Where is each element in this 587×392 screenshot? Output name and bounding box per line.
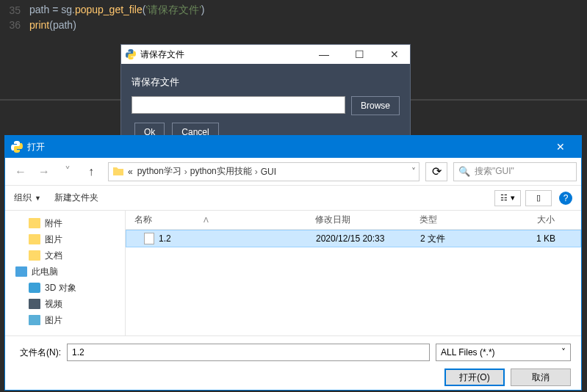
breadcrumb-dropdown-icon[interactable]: ˅ [411, 167, 416, 177]
popup-title: 请保存文件 [140, 48, 313, 61]
dialog-title: 打开 [27, 141, 546, 153]
search-input[interactable]: 🔍 搜索"GUI" [453, 162, 577, 181]
col-date[interactable]: 修改日期 [315, 214, 419, 226]
view-options-button[interactable]: ☷ ▾ [494, 190, 521, 206]
sidebar-item[interactable]: 此电脑 [5, 264, 125, 280]
refresh-button[interactable]: ⟳ [425, 162, 447, 181]
folder-icon [29, 218, 40, 228]
code-editor: 35 path = sg.popup_get_file('请保存文件') 36 … [0, 0, 587, 35]
img-icon [29, 315, 40, 325]
code-line: 35 path = sg.popup_get_file('请保存文件') [0, 3, 587, 18]
python-icon [11, 141, 23, 153]
breadcrumb[interactable]: « python学习 › python实用技能 › GUI ˅ [108, 162, 419, 181]
close-button[interactable]: ✕ [383, 48, 406, 60]
sidebar-item[interactable]: 文档 [5, 247, 125, 264]
sidebar-item-label: 附件 [45, 217, 62, 230]
code-text: path = sg.popup_get_file('请保存文件') [29, 4, 204, 17]
sort-icon: ᐱ [204, 216, 209, 224]
toolbar: 组织▼ 新建文件夹 ☷ ▾ ▯ ? [5, 186, 581, 211]
sidebar-item-label: 图片 [45, 314, 62, 327]
file-type: 2 文件 [420, 233, 507, 245]
col-size[interactable]: 大小 [506, 214, 565, 226]
file-date: 2020/12/15 20:33 [316, 233, 420, 244]
file-row[interactable]: 1.22020/12/15 20:332 文件1 KB [126, 230, 581, 247]
sidebar-item[interactable]: 视频 [5, 296, 125, 312]
file-size: 1 KB [507, 233, 566, 244]
file-icon [144, 233, 154, 244]
breadcrumb-item[interactable]: python实用技能 [190, 165, 252, 178]
new-folder-button[interactable]: 新建文件夹 [54, 192, 98, 204]
help-button[interactable]: ? [559, 192, 572, 205]
search-icon: 🔍 [458, 166, 470, 177]
folder-icon [29, 250, 40, 261]
open-button[interactable]: 打开(O) [444, 369, 505, 386]
browse-button[interactable]: Browse [351, 96, 400, 115]
sidebar-item-label: 视频 [45, 298, 62, 311]
popup-label: 请保存文件 [132, 76, 400, 89]
col-name[interactable]: 名称 [134, 214, 152, 226]
recent-dropdown[interactable]: ˅ [57, 162, 79, 181]
forward-button[interactable]: → [33, 162, 55, 181]
back-button[interactable]: ← [10, 162, 32, 181]
sidebar-item[interactable]: 附件 [5, 215, 125, 231]
preview-pane-button[interactable]: ▯ [525, 190, 552, 206]
sidebar: 附件图片文档此电脑3D 对象视频图片 [5, 211, 126, 335]
sidebar-item-label: 3D 对象 [45, 282, 76, 294]
sidebar-item-label: 此电脑 [32, 266, 58, 278]
sidebar-item[interactable]: 图片 [5, 231, 125, 247]
sidebar-item[interactable]: 3D 对象 [5, 280, 125, 296]
dialog-titlebar[interactable]: 打开 ✕ [5, 136, 581, 158]
popup-titlebar[interactable]: 请保存文件 — ☐ ✕ [121, 45, 410, 64]
nav-bar: ← → ˅ ↑ « python学习 › python实用技能 › GUI ˅ … [5, 158, 581, 186]
breadcrumb-item[interactable]: python学习 [137, 165, 181, 178]
line-number: 36 [0, 19, 29, 31]
organize-menu[interactable]: 组织▼ [14, 192, 41, 204]
video-icon [29, 299, 40, 309]
list-header[interactable]: 名称ᐱ 修改日期 类型 大小 [126, 211, 581, 230]
up-button[interactable]: ↑ [80, 162, 102, 181]
filename-label: 文件名(N): [15, 346, 61, 359]
file-path-input[interactable] [132, 96, 345, 114]
pc-icon [15, 266, 27, 277]
col-type[interactable]: 类型 [419, 214, 506, 226]
maximize-button[interactable]: ☐ [348, 48, 370, 60]
file-name: 1.2 [159, 233, 171, 244]
cancel-button[interactable]: 取消 [511, 369, 571, 386]
close-button[interactable]: ✕ [546, 136, 575, 158]
code-text: print(path) [29, 19, 76, 31]
breadcrumb-item[interactable]: GUI [261, 167, 276, 177]
obj3d-icon [29, 283, 40, 293]
minimize-button[interactable]: — [313, 48, 335, 60]
sidebar-item-label: 图片 [45, 233, 62, 246]
line-number: 35 [0, 4, 29, 16]
python-icon [126, 49, 136, 59]
file-dialog: 打开 ✕ ← → ˅ ↑ « python学习 › python实用技能 › G… [4, 135, 582, 391]
sidebar-item-label: 文档 [45, 250, 62, 262]
code-line: 36 print(path) [0, 18, 587, 32]
folder-icon [29, 234, 40, 244]
filename-input[interactable] [67, 344, 430, 361]
file-list: 名称ᐱ 修改日期 类型 大小 1.22020/12/15 20:332 文件1 … [126, 211, 581, 335]
file-filter-select[interactable]: ALL Files (*.*)˅ [436, 344, 571, 361]
folder-icon [112, 165, 125, 178]
search-placeholder: 搜索"GUI" [475, 165, 514, 178]
sidebar-item[interactable]: 图片 [5, 312, 125, 328]
